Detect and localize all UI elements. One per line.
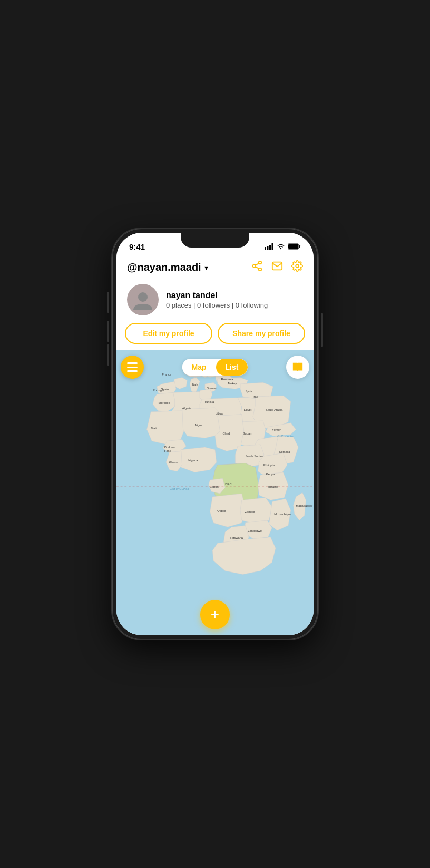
svg-rect-7 bbox=[299, 245, 300, 248]
map-label-mali: Mali bbox=[151, 427, 157, 430]
map-label-somalia: Somalia bbox=[279, 450, 291, 453]
map-controls: Map List bbox=[116, 356, 314, 379]
settings-icon[interactable] bbox=[291, 260, 303, 274]
header-icons bbox=[251, 260, 303, 274]
map-label-burkina: Burkina bbox=[164, 446, 175, 449]
map-label-niger: Niger bbox=[195, 423, 202, 427]
status-time: 9:41 bbox=[129, 242, 145, 251]
svg-line-11 bbox=[256, 267, 259, 269]
username: @nayan.maadi bbox=[127, 261, 201, 273]
map-label-turkey: Turkey bbox=[228, 382, 237, 385]
map-label-saudi: Saudi Arabia bbox=[266, 408, 283, 411]
profile-name: nayan tandel bbox=[166, 291, 268, 300]
avatar-image bbox=[131, 288, 154, 311]
status-icons bbox=[265, 243, 301, 250]
map-label-algeria: Algeria bbox=[182, 407, 192, 410]
profile-buttons: Edit my profile Share my profile bbox=[116, 323, 314, 350]
profile-section: nayan tandel 0 places | 0 followers | 0 … bbox=[116, 280, 314, 323]
svg-rect-6 bbox=[288, 244, 298, 249]
profile-stats: 0 places | 0 followers | 0 following bbox=[166, 301, 268, 309]
map-label-angola: Angola bbox=[217, 509, 227, 512]
svg-rect-2 bbox=[269, 245, 271, 250]
map-label-libya: Libya bbox=[216, 412, 223, 415]
map-label-ethiopia: Ethiopia bbox=[263, 463, 275, 467]
map-label-greece: Greece bbox=[207, 387, 217, 390]
menu-line-2 bbox=[127, 367, 138, 368]
map-label-gulf-guinea: Gulf of Guinea bbox=[170, 487, 189, 490]
map-label-gabon: Gabon bbox=[209, 485, 218, 488]
map-label-madagascar: Madagascar bbox=[296, 504, 312, 507]
share-profile-button[interactable]: Share my profile bbox=[218, 323, 305, 344]
edit-profile-button[interactable]: Edit my profile bbox=[125, 323, 212, 344]
map-label-tanzania: Tanzania bbox=[266, 485, 279, 488]
map-label-faso: Faso bbox=[164, 449, 171, 452]
wifi-icon bbox=[277, 243, 285, 250]
map-label-zimbabwe: Zimbabwe bbox=[248, 529, 262, 532]
battery-icon bbox=[288, 243, 301, 250]
chevron-down-icon[interactable]: ▾ bbox=[204, 263, 208, 272]
world-map-svg: France Portugal Spain Germany Poland Ita… bbox=[116, 350, 314, 635]
map-label-drc: DRC bbox=[225, 482, 231, 486]
hamburger-menu-button[interactable] bbox=[121, 356, 144, 379]
svg-point-4 bbox=[280, 248, 281, 249]
profile-info: nayan tandel 0 places | 0 followers | 0 … bbox=[166, 291, 268, 309]
add-place-button[interactable]: + bbox=[200, 600, 230, 629]
map-label-ghana: Ghana bbox=[169, 461, 179, 464]
map-label-tunisia: Tunisia bbox=[204, 400, 214, 403]
map-container[interactable]: France Portugal Spain Germany Poland Ita… bbox=[116, 350, 314, 635]
map-label-yemen: Yemen bbox=[272, 428, 281, 431]
username-row[interactable]: @nayan.maadi ▾ bbox=[127, 261, 208, 273]
phone-frame: 9:41 bbox=[112, 229, 318, 639]
map-label-morocco: Morocco bbox=[159, 401, 170, 405]
avatar bbox=[127, 284, 159, 315]
svg-rect-1 bbox=[267, 246, 269, 250]
map-label-gulf-aden: Gulf of Aden bbox=[277, 435, 294, 438]
map-label-italy: Italy bbox=[192, 383, 198, 386]
map-label-zambia: Zambia bbox=[245, 510, 256, 514]
svg-rect-3 bbox=[272, 243, 273, 250]
map-label-egypt: Egypt bbox=[244, 408, 252, 411]
map-label-chad: Chad bbox=[222, 432, 230, 435]
map-label-kenya: Kenya bbox=[266, 472, 275, 476]
map-label-spain: Spain bbox=[161, 388, 169, 391]
svg-point-14 bbox=[138, 292, 148, 302]
map-label-southsudan: South Sudan bbox=[246, 455, 263, 458]
map-list-toggle[interactable]: Map List bbox=[182, 359, 248, 376]
map-label-nigeria: Nigeria bbox=[188, 459, 198, 462]
book-open-icon bbox=[292, 361, 304, 373]
list-toggle-button[interactable]: List bbox=[216, 359, 248, 376]
signal-icon bbox=[265, 243, 274, 250]
mail-icon[interactable] bbox=[271, 260, 283, 274]
map-label-botswana: Botswana bbox=[230, 536, 243, 539]
map-label-sudan: Sudan bbox=[243, 432, 252, 435]
svg-point-13 bbox=[296, 264, 299, 268]
menu-line-1 bbox=[127, 362, 138, 364]
map-label-syria: Syria bbox=[246, 390, 253, 393]
app-header: @nayan.maadi ▾ bbox=[116, 256, 314, 280]
notch bbox=[181, 233, 249, 248]
svg-rect-0 bbox=[265, 247, 266, 250]
add-icon: + bbox=[211, 606, 219, 623]
map-label-iraq: Iraq bbox=[253, 395, 258, 398]
map-toggle-button[interactable]: Map bbox=[182, 359, 216, 376]
map-label-mozambique: Mozambique bbox=[274, 512, 291, 516]
svg-line-12 bbox=[256, 263, 259, 265]
share-icon[interactable] bbox=[251, 260, 263, 274]
menu-line-3 bbox=[127, 370, 138, 372]
map-book-button[interactable] bbox=[286, 356, 309, 379]
phone-screen: 9:41 bbox=[116, 233, 314, 635]
map-area: France Portugal Spain Germany Poland Ita… bbox=[116, 350, 314, 635]
